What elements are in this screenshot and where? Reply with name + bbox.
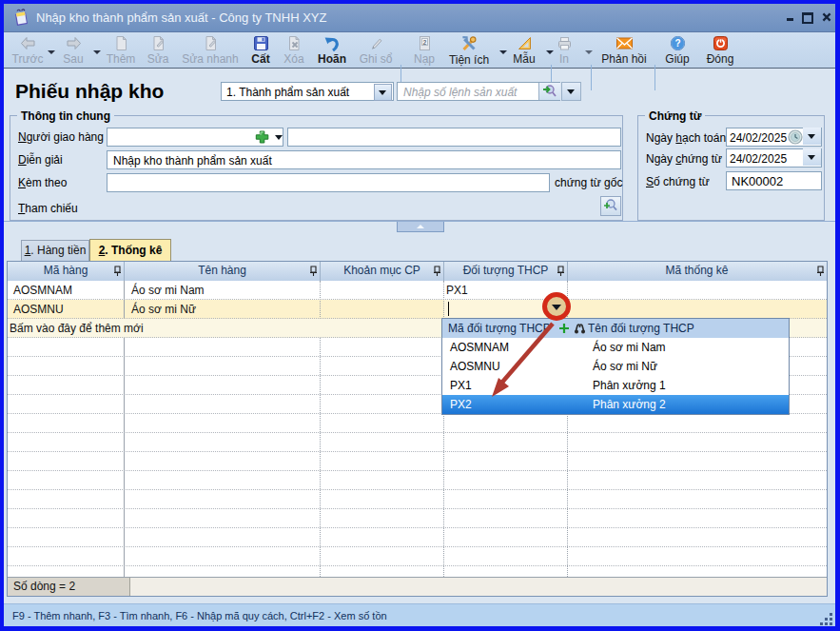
svg-text:?: ? [674,38,680,49]
svg-text:2: 2 [422,39,426,46]
